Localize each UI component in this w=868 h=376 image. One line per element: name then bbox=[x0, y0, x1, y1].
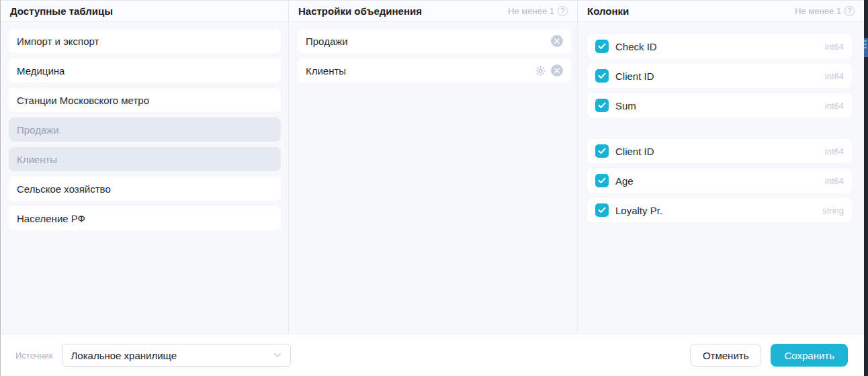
column-field-row: Loyalty Pr.string bbox=[587, 198, 852, 222]
join-item-label: Клиенты bbox=[306, 65, 346, 77]
field-type-label: int64 bbox=[825, 42, 844, 52]
remove-join-icon[interactable] bbox=[551, 35, 563, 47]
table-item-label: Население РФ bbox=[17, 213, 85, 224]
source-select[interactable]: Локальное хранилище bbox=[62, 344, 291, 367]
join-min-badge-label: Не менее 1 bbox=[508, 6, 554, 16]
join-settings-title: Настройки объединения bbox=[298, 5, 422, 17]
join-min-badge: Не менее 1 ? bbox=[508, 6, 568, 16]
column-field-row: Client IDint64 bbox=[587, 139, 852, 163]
background-app-edge bbox=[864, 0, 868, 376]
field-checkbox[interactable] bbox=[595, 144, 609, 158]
join-list: ПродажиКлиенты bbox=[289, 22, 578, 334]
field-checkbox[interactable] bbox=[595, 99, 609, 112]
join-item: Продажи bbox=[298, 29, 571, 53]
field-checkbox[interactable] bbox=[595, 40, 609, 53]
cancel-button[interactable]: Отменить bbox=[690, 344, 762, 367]
field-label: Loyalty Pr. bbox=[615, 205, 662, 216]
field-checkbox[interactable] bbox=[595, 174, 609, 187]
header-available-tables: Доступные таблицы bbox=[1, 1, 289, 21]
field-label: Sum bbox=[615, 100, 636, 111]
chevron-down-icon bbox=[273, 352, 281, 358]
field-checkbox[interactable] bbox=[595, 203, 609, 217]
column-group-gap bbox=[587, 123, 852, 139]
available-tables-title: Доступные таблицы bbox=[10, 5, 113, 17]
table-item-label: Импорт и экспорт bbox=[17, 36, 99, 47]
available-tables-list: Импорт и экспортМедицинаСтанции Московск… bbox=[1, 22, 289, 334]
panel-headers: Доступные таблицы Настройки объединения … bbox=[1, 1, 864, 22]
columns-min-badge-label: Не менее 1 bbox=[795, 6, 841, 16]
field-type-label: int64 bbox=[825, 71, 844, 81]
dialog-footer: Источник Локальное хранилище Отменить Со… bbox=[1, 334, 864, 376]
column-field-row: Client IDint64 bbox=[587, 64, 852, 88]
field-type-label: int64 bbox=[825, 146, 844, 156]
join-settings-dialog: Доступные таблицы Настройки объединения … bbox=[0, 0, 868, 376]
columns-title: Колонки bbox=[587, 5, 629, 17]
remove-join-icon[interactable] bbox=[551, 64, 563, 77]
table-item: Продажи bbox=[9, 117, 281, 142]
background-app-edge-mark bbox=[864, 40, 867, 42]
join-item-actions bbox=[551, 35, 563, 47]
save-button[interactable]: Сохранить bbox=[771, 344, 848, 367]
table-item[interactable]: Медицина bbox=[9, 58, 281, 83]
header-join-settings: Настройки объединения Не менее 1 ? bbox=[289, 1, 578, 21]
column-field-row: Sumint64 bbox=[587, 93, 852, 117]
table-item[interactable]: Население РФ bbox=[9, 206, 281, 230]
join-settings-gear-icon[interactable] bbox=[535, 65, 546, 77]
field-label: Age bbox=[615, 175, 634, 187]
field-label: Client ID bbox=[615, 146, 654, 157]
panel-bodies: Импорт и экспортМедицинаСтанции Московск… bbox=[1, 22, 864, 334]
help-icon[interactable]: ? bbox=[558, 6, 568, 16]
dialog-panel: Доступные таблицы Настройки объединения … bbox=[0, 0, 864, 376]
background-app-edge-mark bbox=[864, 44, 867, 45]
help-icon[interactable]: ? bbox=[844, 6, 855, 16]
join-item-actions bbox=[535, 64, 563, 77]
columns-list: Check IDint64Client IDint64Sumint64Clien… bbox=[578, 22, 864, 334]
source-label: Источник bbox=[15, 350, 53, 361]
join-item: Клиенты bbox=[298, 58, 571, 83]
column-field-row: Check IDint64 bbox=[587, 34, 852, 58]
table-item[interactable]: Сельское хозяйство bbox=[9, 177, 281, 201]
header-columns: Колонки Не менее 1 ? bbox=[578, 1, 864, 21]
source-select-value: Локальное хранилище bbox=[71, 350, 177, 361]
table-item-label: Сельское хозяйство bbox=[17, 183, 111, 195]
table-item[interactable]: Станции Московского метро bbox=[9, 88, 281, 112]
table-item: Клиенты bbox=[9, 147, 281, 171]
table-item[interactable]: Импорт и экспорт bbox=[9, 29, 281, 53]
table-item-label: Клиенты bbox=[17, 154, 57, 165]
columns-min-badge: Не менее 1 ? bbox=[795, 6, 855, 16]
background-app-edge-mark bbox=[864, 47, 867, 48]
join-item-label: Продажи bbox=[306, 36, 348, 47]
column-field-row: Ageint64 bbox=[587, 169, 852, 193]
table-item-label: Продажи bbox=[17, 124, 59, 136]
field-type-label: int64 bbox=[825, 101, 844, 111]
field-type-label: int64 bbox=[825, 176, 844, 186]
field-label: Client ID bbox=[615, 70, 654, 82]
field-type-label: string bbox=[822, 205, 844, 216]
field-checkbox[interactable] bbox=[595, 69, 609, 83]
field-label: Check ID bbox=[615, 41, 657, 52]
table-item-label: Станции Московского метро bbox=[17, 95, 149, 106]
table-item-label: Медицина bbox=[17, 65, 64, 77]
